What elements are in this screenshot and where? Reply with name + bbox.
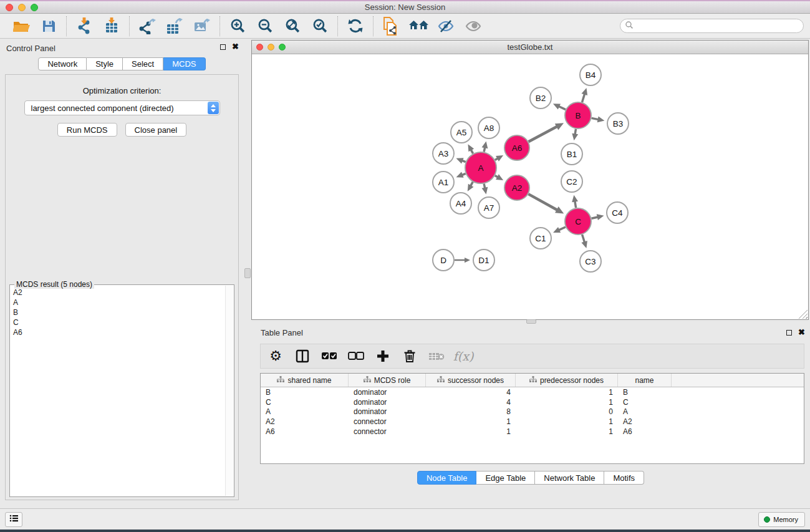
tab-network[interactable]: Network [38,57,87,70]
criterion-dropdown[interactable]: largest connected component (directed) [24,100,220,115]
horizontal-splitter-handle[interactable] [526,319,536,324]
tab-select[interactable]: Select [123,57,163,70]
node-A4[interactable]: A4 [450,193,471,214]
table-cell[interactable]: connector [349,417,426,427]
float-table-panel-icon[interactable] [786,330,792,336]
memory-button[interactable]: Memory [758,512,805,527]
tab-edge-table[interactable]: Edge Table [476,471,535,485]
table-row[interactable]: Adominator80A [261,407,804,417]
close-panel-icon[interactable]: ✖ [232,44,239,50]
table-cell[interactable]: A6 [618,427,672,437]
tab-node-table[interactable]: Node Table [417,471,477,485]
result-item[interactable]: A6 [11,327,224,337]
table-row[interactable]: A6connector11A6 [261,427,804,437]
node-B3[interactable]: B3 [607,113,629,134]
table-cell[interactable]: C [261,397,349,407]
edge-A-A6[interactable] [495,155,503,162]
edge-D-D1[interactable] [455,258,470,263]
tab-network-table[interactable]: Network Table [535,471,604,485]
table-cell[interactable]: 1 [426,427,516,437]
table-cell[interactable]: 4 [426,387,516,397]
columns-icon[interactable] [294,347,311,365]
edge-A-A8[interactable] [482,142,488,152]
result-scrollbar[interactable] [225,286,233,496]
network-window-titlebar[interactable]: testGlobe.txt [252,41,808,54]
show-tasks-button[interactable] [5,512,22,527]
export-table-icon[interactable] [165,16,185,36]
column-header-successor-nodes[interactable]: successor nodes [426,374,516,387]
table-cell[interactable]: 1 [516,417,618,427]
zoom-fit-icon[interactable] [282,16,302,36]
search-input[interactable] [634,22,796,31]
table-cell[interactable]: 4 [426,397,516,407]
network-canvas[interactable]: B4B2BB3B1A5A8A6A3AA1A2C2A4A7C4CC1C3DD1 [252,54,808,319]
node-A[interactable]: A [465,152,496,183]
gear-icon[interactable]: ⚙ [267,347,284,365]
app-titlebar[interactable]: Session: New Session [0,1,810,14]
node-B1[interactable]: B1 [561,143,582,165]
table-cell[interactable]: dominator [349,397,426,407]
result-item[interactable]: A [11,297,224,307]
edge-C-C3[interactable] [581,235,587,248]
edge-C-C2[interactable] [572,195,578,208]
edge-B-B1[interactable] [572,129,578,141]
node-D1[interactable]: D1 [473,249,494,271]
open-folder-icon[interactable] [11,16,31,36]
tab-style[interactable]: Style [87,57,123,70]
column-header-name[interactable]: name [618,374,672,387]
table-cell[interactable]: B [618,387,672,397]
table-row[interactable]: Cdominator41C [261,397,804,407]
save-icon[interactable] [39,16,59,36]
table-cell[interactable]: 1 [516,397,618,407]
edge-B-B3[interactable] [592,117,605,123]
node-A3[interactable]: A3 [433,143,454,164]
table-cell[interactable]: 1 [516,427,618,437]
float-panel-icon[interactable] [220,44,226,50]
table-cell[interactable]: A [618,407,672,417]
close-table-panel-icon[interactable]: ✖ [798,329,805,336]
node-C1[interactable]: C1 [530,228,551,249]
node-A7[interactable]: A7 [478,197,499,218]
table-cell[interactable]: A [261,407,349,417]
edge-A6-B[interactable] [529,123,564,142]
node-A8[interactable]: A8 [478,117,499,138]
node-A1[interactable]: A1 [433,172,454,193]
table-cell[interactable]: connector [349,427,426,437]
node-table[interactable]: shared nameMCDS rolesuccessor nodesprede… [260,373,804,464]
node-A5[interactable]: A5 [451,122,472,143]
table-row[interactable]: A2connector11A2 [261,417,804,427]
export-network-icon[interactable] [137,16,157,36]
edge-A-A2[interactable] [495,174,503,180]
node-A2[interactable]: A2 [504,175,529,200]
column-header-MCDS-role[interactable]: MCDS role [349,374,426,387]
home-icon[interactable] [408,16,428,36]
node-B2[interactable]: B2 [530,87,551,109]
table-cell[interactable]: C [618,397,672,407]
edge-A-A1[interactable] [456,172,466,178]
node-C4[interactable]: C4 [607,202,628,223]
show-panel-icon[interactable] [463,16,483,36]
table-cell[interactable]: A2 [261,417,349,427]
select-all-icon[interactable] [321,347,338,365]
edge-B-B4[interactable] [582,88,588,102]
vertical-splitter-handle[interactable] [244,268,251,278]
node-D[interactable]: D [433,249,454,271]
node-B[interactable]: B [565,102,591,128]
import-network-icon[interactable] [74,16,94,36]
edge-A2-C[interactable] [528,194,564,213]
tab-motifs[interactable]: Motifs [604,471,644,485]
zoom-in-icon[interactable] [228,16,248,36]
search-box[interactable] [620,19,804,33]
table-cell[interactable]: A6 [261,427,349,437]
table-cell[interactable]: 1 [516,387,618,397]
tab-mcds[interactable]: MCDS [163,57,205,70]
edge-C-C1[interactable] [553,227,566,233]
node-B4[interactable]: B4 [580,64,601,85]
node-C2[interactable]: C2 [561,171,582,192]
table-cell[interactable]: dominator [349,387,426,397]
deselect-all-icon[interactable] [347,347,365,365]
hide-panel-icon[interactable] [436,16,456,36]
zoom-out-icon[interactable] [255,16,275,36]
session-file-icon[interactable] [381,16,401,36]
table-cell[interactable]: 1 [426,417,516,427]
